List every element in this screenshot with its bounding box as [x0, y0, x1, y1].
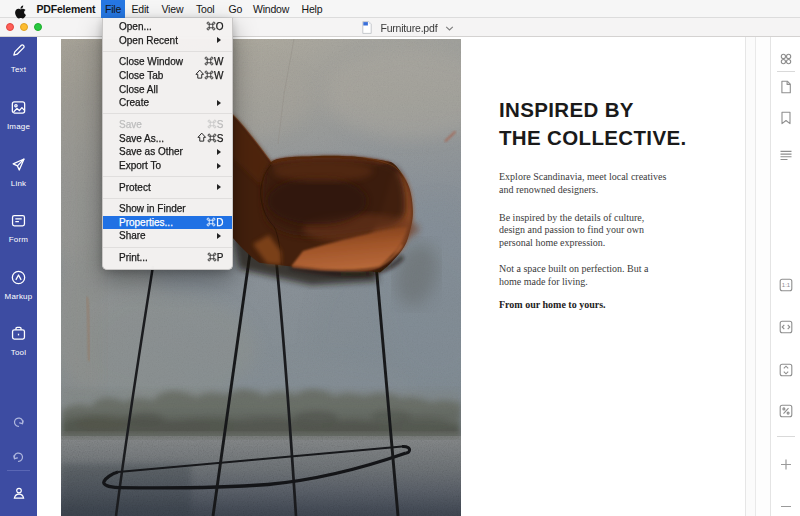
svg-text:1:1: 1:1	[781, 282, 790, 288]
